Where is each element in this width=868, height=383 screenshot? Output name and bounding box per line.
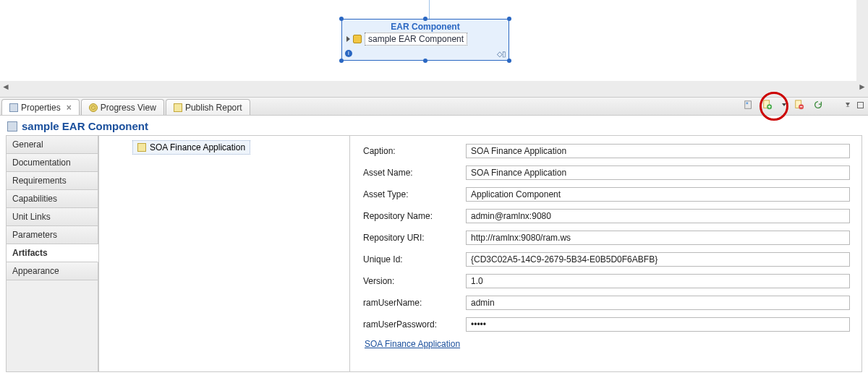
input-version[interactable] (466, 274, 850, 288)
toolbar-button-refresh[interactable] (812, 99, 824, 111)
progress-icon (89, 103, 98, 112)
view-tabs: Properties × Progress View Publish Repor… (0, 97, 868, 116)
minimize-view-button[interactable] (846, 103, 850, 107)
side-tab-artifacts[interactable]: Artifacts (7, 244, 98, 262)
info-icon[interactable]: i (345, 50, 352, 57)
properties-icon (9, 103, 18, 112)
expand-toggle-icon[interactable] (346, 36, 350, 42)
input-ram-username[interactable] (466, 296, 850, 310)
svg-rect-0 (745, 101, 752, 109)
properties-title: sample EAR Component (22, 120, 148, 132)
toolbar-button-1[interactable] (743, 99, 754, 111)
input-unique-id[interactable] (466, 252, 850, 267)
connector-line (429, 0, 430, 19)
scroll-left-button[interactable]: ◄ (0, 81, 12, 92)
side-tab-list: General Documentation Requirements Capab… (6, 135, 98, 372)
artifact-form: Caption: Asset Name: Asset Type: Reposit… (350, 135, 862, 372)
label-caption: Caption: (363, 146, 459, 156)
close-icon[interactable]: × (64, 103, 72, 113)
tab-progress-view[interactable]: Progress View (81, 99, 164, 115)
resize-handle[interactable] (423, 17, 427, 21)
label-repository-name: Repository Name: (363, 211, 459, 221)
tab-label: Properties (21, 103, 61, 113)
label-repository-uri: Repository URI: (363, 233, 459, 243)
artifact-link[interactable]: SOA Finance Application (363, 335, 850, 353)
artifact-label: SOA Finance Application (150, 142, 245, 152)
tab-label: Progress View (101, 103, 156, 113)
input-repository-name[interactable] (466, 209, 850, 223)
artifact-item[interactable]: SOA Finance Application (132, 140, 250, 155)
artifacts-tree[interactable]: SOA Finance Application (98, 135, 350, 372)
ear-component-node[interactable]: EAR Component sample EAR Component i ◇▯ (341, 19, 509, 61)
tab-publish-report[interactable]: Publish Report (166, 99, 250, 115)
label-asset-type: Asset Type: (363, 189, 459, 199)
scroll-right-button[interactable]: ► (856, 81, 868, 92)
side-tab-requirements[interactable]: Requirements (7, 172, 98, 190)
input-ram-password[interactable] (466, 317, 850, 332)
tab-properties[interactable]: Properties × (1, 99, 80, 115)
label-ram-password: ramUserPassword: (363, 319, 459, 330)
input-asset-name[interactable] (466, 165, 850, 180)
side-tab-filler (7, 280, 98, 371)
toolbar-dropdown-caret[interactable] (782, 103, 786, 106)
side-tab-appearance[interactable]: Appearance (7, 262, 98, 280)
scroll-track[interactable] (12, 81, 856, 92)
side-tab-general[interactable]: General (7, 136, 98, 154)
label-ram-username: ramUserName: (363, 298, 459, 308)
toolbar-button-add[interactable] (762, 99, 773, 111)
input-asset-type[interactable] (466, 187, 850, 202)
toolbar-button-remove[interactable] (793, 99, 805, 111)
component-name[interactable]: sample EAR Component (365, 33, 467, 46)
properties-header-icon (7, 121, 17, 132)
side-tab-capabilities[interactable]: Capabilities (7, 190, 98, 208)
svg-rect-1 (746, 103, 749, 105)
maximize-view-button[interactable] (857, 102, 864, 108)
resize-indicator-icon: ◇▯ (497, 50, 506, 58)
properties-body: General Documentation Requirements Capab… (0, 135, 868, 378)
artifact-icon (137, 143, 146, 152)
horizontal-scrollbar[interactable]: ◄ ► (0, 81, 868, 92)
label-version: Version: (363, 276, 459, 286)
component-icon (353, 35, 362, 43)
side-tab-unit-links[interactable]: Unit Links (7, 208, 98, 226)
input-repository-uri[interactable] (466, 231, 850, 245)
resize-handle[interactable] (423, 59, 427, 63)
side-tab-documentation[interactable]: Documentation (7, 154, 98, 172)
tab-label: Publish Report (185, 103, 242, 113)
label-asset-name: Asset Name: (363, 168, 459, 178)
diagram-canvas[interactable]: EAR Component sample EAR Component i ◇▯ (0, 0, 868, 81)
side-tab-parameters[interactable]: Parameters (7, 226, 98, 244)
input-caption[interactable] (466, 144, 850, 158)
properties-header: sample EAR Component (0, 116, 868, 135)
resize-handle[interactable] (507, 17, 511, 21)
report-icon (174, 103, 182, 112)
resize-handle[interactable] (339, 17, 344, 21)
resize-handle[interactable] (339, 59, 344, 63)
resize-handle[interactable] (507, 59, 511, 63)
component-header: EAR Component (342, 20, 509, 33)
label-unique-id: Unique Id: (363, 254, 459, 264)
